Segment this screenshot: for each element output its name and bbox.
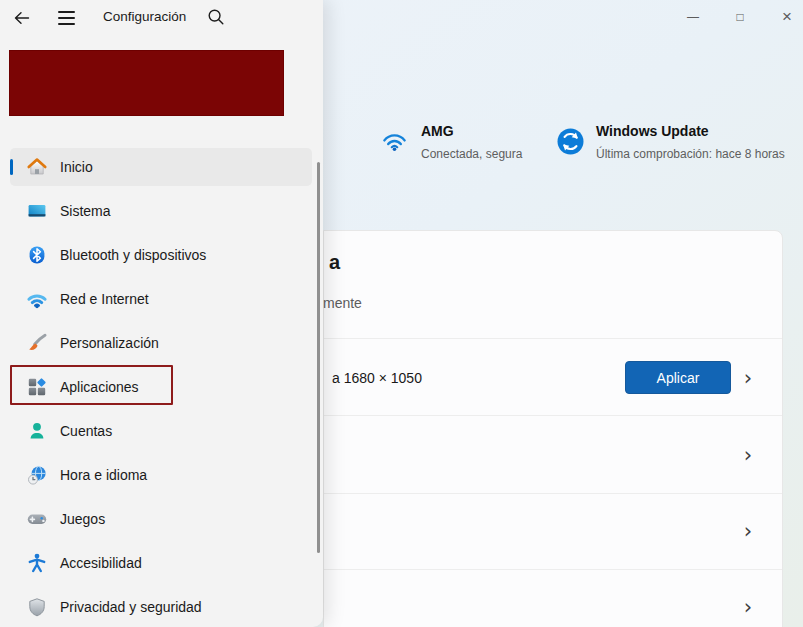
sidebar-item-accesibilidad[interactable]: Accesibilidad — [10, 544, 312, 582]
settings-window: — □ × AMG Conectada, segura Windows Up — [0, 0, 803, 627]
accounts-icon — [26, 420, 48, 442]
sidebar-item-label: Privacidad y seguridad — [60, 599, 202, 615]
selection-indicator — [10, 159, 13, 175]
update-status-text: Última comprobación: hace 8 horas — [596, 146, 794, 162]
sidebar-item-label: Juegos — [60, 511, 105, 527]
privacy-shield-icon — [26, 596, 48, 618]
back-button[interactable] — [9, 5, 35, 31]
search-icon[interactable] — [203, 4, 229, 30]
settings-row[interactable]: › — [324, 569, 782, 627]
sidebar-item-label: Sistema — [60, 203, 111, 219]
sidebar-item-sistema[interactable]: Sistema — [10, 192, 312, 230]
apps-icon — [26, 376, 48, 398]
network-name: AMG — [421, 123, 454, 139]
page-subtitle-fragment: mente — [323, 295, 362, 311]
sidebar-item-aplicaciones[interactable]: Aplicaciones — [10, 368, 312, 406]
apply-button[interactable]: Aplicar — [625, 361, 731, 394]
sidebar-item-label: Inicio — [60, 159, 93, 175]
menu-icon[interactable] — [53, 5, 79, 31]
sidebar-item-label: Bluetooth y dispositivos — [60, 247, 206, 263]
window-title: Configuración — [103, 9, 186, 24]
accessibility-icon — [26, 552, 48, 574]
chevron-right-icon: › — [741, 519, 755, 543]
sidebar-item-inicio[interactable]: Inicio — [10, 148, 312, 186]
maximize-button[interactable]: □ — [725, 0, 755, 34]
settings-card: a mente a 1680 × 1050 Aplicar › › › › — [323, 230, 783, 627]
sidebar-item-hora-idioma[interactable]: Hora e idioma — [10, 456, 312, 494]
sidebar-scrollbar[interactable] — [317, 162, 320, 553]
sidebar-item-label: Accesibilidad — [60, 555, 142, 571]
sidebar-item-label: Aplicaciones — [60, 379, 139, 395]
system-icon — [26, 200, 48, 222]
sync-icon — [557, 128, 584, 159]
chevron-right-icon: › — [741, 595, 755, 619]
wifi-icon — [381, 127, 408, 158]
time-language-icon — [26, 464, 48, 486]
sidebar-item-red-internet[interactable]: Red e Internet — [10, 280, 312, 318]
sidebar-item-label: Red e Internet — [60, 291, 149, 307]
minimize-button[interactable]: — — [678, 0, 708, 34]
sidebar-item-label: Cuentas — [60, 423, 112, 439]
sidebar-item-cuentas[interactable]: Cuentas — [10, 412, 312, 450]
settings-row[interactable]: › — [324, 493, 782, 569]
sidebar-item-label: Personalización — [60, 335, 159, 351]
resolution-row[interactable]: a 1680 × 1050 Aplicar › — [324, 338, 782, 415]
update-name: Windows Update — [596, 123, 709, 139]
navigation-flyout: Configuración Inicio — [0, 0, 323, 627]
home-icon — [26, 156, 48, 178]
bluetooth-icon — [26, 244, 48, 266]
chevron-right-icon: › — [741, 366, 755, 390]
page-heading-fragment: a — [329, 251, 340, 274]
resolution-text-fragment: a 1680 × 1050 — [332, 370, 422, 386]
personalization-icon — [26, 332, 48, 354]
sidebar-item-personalizacion[interactable]: Personalización — [10, 324, 312, 362]
sidebar-item-label: Hora e idioma — [60, 467, 147, 483]
gaming-icon — [26, 508, 48, 530]
sidebar-item-juegos[interactable]: Juegos — [10, 500, 312, 538]
chevron-right-icon: › — [741, 443, 755, 467]
network-status-text: Conectada, segura — [421, 146, 522, 162]
settings-row[interactable]: › — [324, 415, 782, 493]
sidebar-item-privacidad[interactable]: Privacidad y seguridad — [10, 588, 312, 626]
sidebar-item-bluetooth[interactable]: Bluetooth y dispositivos — [10, 236, 312, 274]
network-icon — [26, 288, 48, 310]
redaction-overlay — [9, 50, 284, 116]
close-button[interactable]: × — [772, 0, 802, 34]
